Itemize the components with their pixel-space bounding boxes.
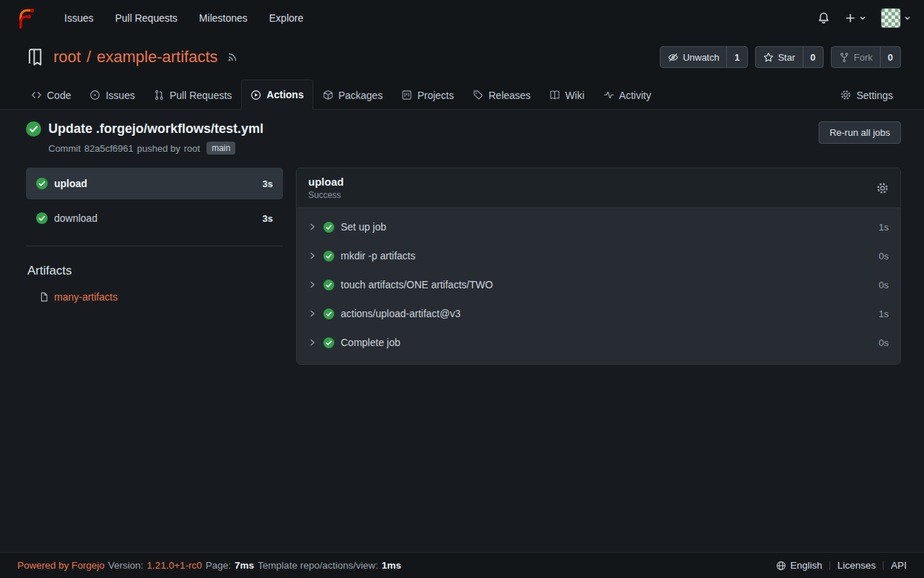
gear-icon: [840, 90, 851, 100]
rss-icon[interactable]: [227, 51, 238, 63]
footer: Powered by Forgejo Version: 1.21.0+1-rc0…: [0, 552, 924, 578]
version-link[interactable]: 1.21.0+1-rc0: [147, 560, 202, 571]
tab-issues[interactable]: Issues: [80, 80, 144, 109]
unwatch-label: Unwatch: [683, 52, 720, 63]
star-count[interactable]: 0: [803, 47, 823, 67]
artifact-download-link[interactable]: many-artifacts: [54, 291, 118, 303]
success-check-icon: [323, 309, 334, 319]
commit-label: Commit: [48, 143, 81, 154]
success-check-icon: [323, 280, 334, 290]
fork-label: Fork: [854, 52, 873, 63]
star-icon: [763, 52, 774, 63]
api-link[interactable]: API: [891, 560, 907, 571]
sidebar-divider: [26, 246, 283, 246]
template-time-label: Template repo/actions/view:: [258, 560, 378, 571]
repository-icon: [26, 48, 45, 66]
repo-header: root / example-artifacts Unwatch: [0, 36, 924, 110]
job-options-gear-icon[interactable]: [876, 182, 889, 194]
fork-button[interactable]: Fork 0: [831, 46, 901, 68]
language-menu[interactable]: English: [776, 560, 822, 571]
unwatch-button[interactable]: Unwatch 1: [660, 46, 748, 68]
step-row[interactable]: Set up job 1s: [297, 212, 900, 241]
project-board-icon: [401, 90, 412, 100]
job-item-upload[interactable]: upload 3s: [26, 168, 283, 199]
nav-explore[interactable]: Explore: [258, 0, 314, 36]
artifacts-heading: Artifacts: [27, 264, 283, 278]
job-duration: 3s: [263, 178, 273, 189]
nav-milestones[interactable]: Milestones: [188, 0, 258, 36]
step-duration: 0s: [879, 251, 889, 262]
tab-releases[interactable]: Releases: [463, 80, 540, 109]
tab-projects[interactable]: Projects: [392, 80, 463, 109]
powered-by-link[interactable]: Powered by Forgejo: [17, 560, 105, 571]
rerun-all-jobs-button[interactable]: Re-run all jobs: [819, 121, 901, 144]
watch-count[interactable]: 1: [726, 47, 746, 67]
forgejo-logo[interactable]: [13, 6, 38, 30]
book-icon: [549, 90, 560, 100]
tab-settings[interactable]: Settings: [831, 80, 902, 109]
tab-code[interactable]: Code: [22, 80, 80, 109]
job-steps-list: Set up job 1s mkdir -p artifacts 0s touc…: [297, 208, 900, 364]
footer-right: English Licenses API: [776, 560, 907, 571]
repo-name-link[interactable]: example-artifacts: [97, 48, 218, 66]
step-name: mkdir -p artifacts: [341, 250, 415, 262]
success-check-icon: [323, 251, 334, 262]
globe-icon: [776, 561, 786, 571]
repo-owner-link[interactable]: root: [53, 48, 81, 66]
tab-actions[interactable]: Actions: [241, 79, 313, 110]
tab-activity[interactable]: Activity: [594, 80, 661, 109]
notifications-bell-icon[interactable]: [817, 12, 830, 25]
step-row[interactable]: Complete job 0s: [297, 328, 900, 357]
chevron-down-icon: [859, 14, 866, 22]
pull-request-icon: [154, 90, 165, 100]
version-label: Version:: [108, 560, 144, 571]
code-icon: [31, 90, 42, 100]
star-button[interactable]: Star 0: [755, 46, 824, 68]
job-detail-name: upload: [308, 176, 344, 188]
package-icon: [323, 90, 334, 100]
chevron-right-icon: [308, 280, 317, 289]
tab-packages[interactable]: Packages: [313, 80, 392, 109]
plus-icon: [845, 12, 856, 24]
tab-wiki[interactable]: Wiki: [540, 80, 593, 109]
language-label: English: [790, 560, 822, 571]
step-row[interactable]: mkdir -p artifacts 0s: [297, 241, 900, 270]
fork-count[interactable]: 0: [880, 47, 900, 67]
run-commit-line: Commit 82a5cf6961 pushed by root main: [48, 142, 819, 155]
step-row[interactable]: touch artifacts/ONE artifacts/TWO 0s: [297, 270, 900, 299]
user-menu[interactable]: [881, 8, 911, 28]
eye-slash-icon: [668, 52, 679, 63]
template-time-value: 1ms: [382, 560, 401, 571]
page-time-value: 7ms: [235, 560, 254, 571]
navbar: Issues Pull Requests Milestones Explore: [0, 0, 924, 36]
actions-run-view: Update .forgejo/workflows/test.yml Commi…: [0, 110, 924, 552]
success-check-icon: [26, 121, 41, 137]
success-check-icon: [36, 212, 48, 224]
chevron-right-icon: [308, 223, 317, 231]
chevron-right-icon: [308, 309, 317, 318]
commit-sha-link[interactable]: 82a5cf6961: [84, 143, 134, 154]
file-icon: [39, 292, 49, 302]
commit-author-link[interactable]: root: [184, 143, 200, 154]
licenses-link[interactable]: Licenses: [837, 560, 876, 571]
step-name: actions/upload-artifact@v3: [341, 308, 461, 319]
job-detail-panel: upload Success Set up job 1s: [296, 168, 901, 365]
avatar: [881, 8, 901, 28]
tab-pull-requests[interactable]: Pull Requests: [144, 80, 241, 109]
tab-label: Projects: [417, 90, 454, 101]
repo-tabs: Code Issues Pull Requests Actions Packag…: [0, 77, 924, 110]
tab-label: Code: [47, 90, 71, 101]
chevron-down-icon: [904, 14, 911, 22]
pushed-by-label: pushed by: [137, 143, 180, 154]
branch-badge[interactable]: main: [206, 142, 235, 155]
nav-issues[interactable]: Issues: [53, 0, 104, 36]
jobs-sidebar: upload 3s download 3s Artifacts many-art…: [26, 168, 283, 365]
footer-separator: [883, 561, 884, 570]
step-row[interactable]: actions/upload-artifact@v3 1s: [297, 299, 900, 328]
create-new-menu[interactable]: [845, 12, 866, 24]
repo-breadcrumb: root / example-artifacts: [53, 48, 218, 66]
job-item-download[interactable]: download 3s: [26, 202, 283, 234]
success-check-icon: [323, 222, 334, 233]
nav-pull-requests[interactable]: Pull Requests: [104, 0, 188, 36]
fork-icon: [839, 52, 850, 63]
